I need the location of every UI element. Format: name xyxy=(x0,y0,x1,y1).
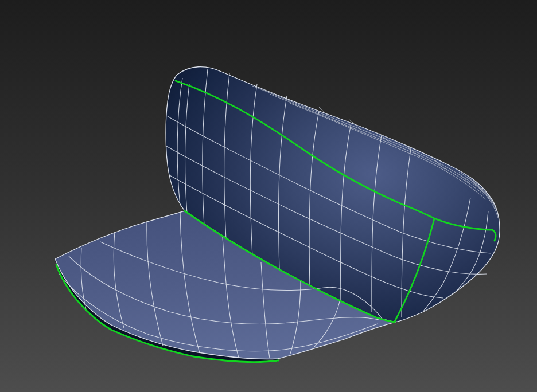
viewport-3d[interactable] xyxy=(0,0,537,392)
cap-model-svg[interactable] xyxy=(0,0,537,392)
